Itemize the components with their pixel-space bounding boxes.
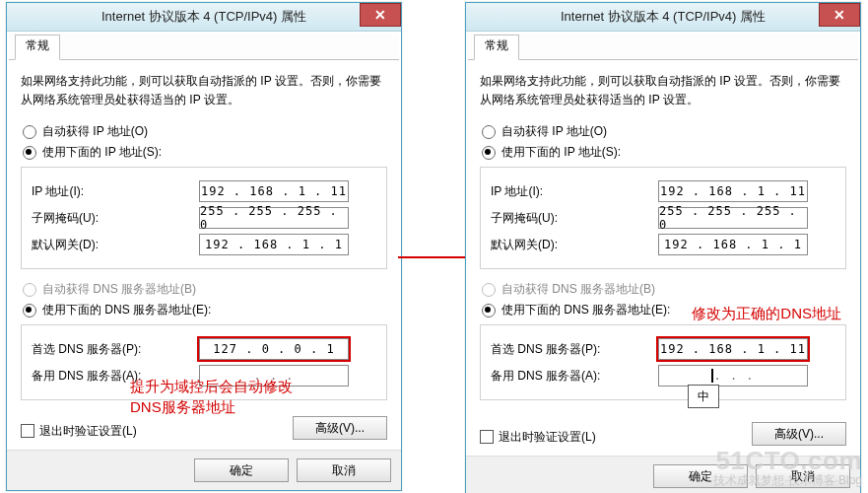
radio-icon: [482, 146, 496, 160]
titlebar: Internet 协议版本 4 (TCP/IPv4) 属性 ✕: [7, 3, 401, 32]
ime-indicator: 中: [688, 385, 719, 408]
dialog-footer: 确定 取消: [466, 456, 860, 493]
tab-strip: 常规: [9, 34, 399, 60]
dialog-body: 如果网络支持此功能，则可以获取自动指派的 IP 设置。否则，你需要从网络系统管理…: [7, 60, 401, 450]
checkbox-icon: [480, 430, 494, 444]
annot-line1: 修改为正确的DNS地址: [692, 304, 841, 323]
row-alt-dns: 备用 DNS 服务器(A): . . .: [491, 365, 835, 387]
mask-label: 子网掩码(U):: [32, 210, 199, 227]
row-pref-dns: 首选 DNS 服务器(P): 127 . 0 . 0 . 1: [32, 338, 376, 360]
radio-use-dns[interactable]: 使用下面的 DNS 服务器地址(E):: [23, 302, 387, 318]
row-ip: IP 地址(I): 192 . 168 . 1 . 11: [32, 180, 376, 202]
checkbox-validate[interactable]: 退出时验证设置(L): [21, 423, 137, 440]
cancel-button[interactable]: 取消: [297, 458, 391, 482]
radio-auto-dns: 自动获得 DNS 服务器地址(B): [482, 281, 846, 298]
radio-icon: [482, 304, 496, 317]
advanced-button[interactable]: 高级(V)...: [752, 422, 846, 446]
mask-input[interactable]: 255 . 255 . 255 . 0: [658, 207, 808, 229]
gateway-label: 默认网关(D):: [32, 237, 199, 253]
radio-label: 自动获得 DNS 服务器地址(B): [42, 281, 196, 298]
row-gateway: 默认网关(D): 192 . 168 . 1 . 1: [32, 234, 376, 255]
ip-input[interactable]: 192 . 168 . 1 . 11: [658, 180, 808, 202]
dialog-body: 如果网络支持此功能，则可以获取自动指派的 IP 设置。否则，你需要从网络系统管理…: [466, 60, 860, 456]
tab-general[interactable]: 常规: [15, 35, 60, 60]
alt-dns-label: 备用 DNS 服务器(A):: [491, 368, 658, 385]
ip-label: IP 地址(I):: [491, 183, 658, 200]
pref-dns-input[interactable]: 192 . 168 . 1 . 11: [658, 338, 808, 360]
row-gateway: 默认网关(D): 192 . 168 . 1 . 1: [491, 234, 835, 255]
description-text: 如果网络支持此功能，则可以获取自动指派的 IP 设置。否则，你需要从网络系统管理…: [480, 72, 846, 109]
pref-dns-label: 首选 DNS 服务器(P):: [32, 341, 199, 358]
close-button[interactable]: ✕: [819, 3, 860, 27]
gateway-input[interactable]: 192 . 168 . 1 . 1: [658, 234, 808, 255]
checkbox-label: 退出时验证设置(L): [39, 423, 137, 440]
pref-dns-label: 首选 DNS 服务器(P):: [491, 341, 658, 358]
alt-dns-input[interactable]: . . .: [658, 365, 808, 387]
dialog-footer: 确定 取消: [7, 450, 401, 490]
close-button[interactable]: ✕: [360, 3, 401, 27]
radio-label: 使用下面的 IP 地址(S):: [501, 144, 621, 161]
titlebar: Internet 协议版本 4 (TCP/IPv4) 属性 ✕: [466, 3, 860, 32]
radio-use-ip[interactable]: 使用下面的 IP 地址(S):: [23, 144, 387, 161]
radio-icon: [482, 125, 496, 139]
close-icon: ✕: [374, 7, 386, 23]
row-ip: IP 地址(I): 192 . 168 . 1 . 11: [491, 180, 835, 202]
window-title: Internet 协议版本 4 (TCP/IPv4) 属性: [466, 8, 860, 26]
radio-label: 使用下面的 DNS 服务器地址(E):: [42, 302, 211, 318]
radio-auto-ip[interactable]: 自动获得 IP 地址(O): [482, 123, 846, 140]
radio-icon: [23, 146, 36, 160]
mask-input[interactable]: 255 . 255 . 255 . 0: [199, 207, 349, 229]
gateway-label: 默认网关(D):: [491, 237, 658, 253]
tcpip-dialog-after: Internet 协议版本 4 (TCP/IPv4) 属性 ✕ 常规 如果网络支…: [465, 2, 861, 493]
window-title: Internet 协议版本 4 (TCP/IPv4) 属性: [7, 8, 401, 26]
pref-dns-input[interactable]: 127 . 0 . 0 . 1: [199, 338, 349, 360]
radio-icon: [23, 283, 36, 297]
checkbox-icon: [21, 424, 34, 438]
radio-label: 自动获得 DNS 服务器地址(B): [501, 281, 655, 298]
alt-dns-value: . . .: [713, 369, 754, 383]
row-mask: 子网掩码(U): 255 . 255 . 255 . 0: [491, 207, 835, 229]
annot-line1: 提升为域控后会自动修改: [130, 377, 293, 396]
ok-button[interactable]: 确定: [653, 464, 748, 488]
dns-group: 首选 DNS 服务器(P): 127 . 0 . 0 . 1 备用 DNS 服务…: [21, 324, 387, 400]
ip-group: IP 地址(I): 192 . 168 . 1 . 11 子网掩码(U): 25…: [480, 167, 846, 269]
radio-auto-ip[interactable]: 自动获得 IP 地址(O): [23, 123, 387, 140]
row-mask: 子网掩码(U): 255 . 255 . 255 . 0: [32, 207, 376, 229]
close-icon: ✕: [834, 7, 845, 23]
checkbox-label: 退出时验证设置(L): [499, 429, 596, 446]
radio-label: 自动获得 IP 地址(O): [42, 123, 148, 140]
gateway-input[interactable]: 192 . 168 . 1 . 1: [199, 234, 349, 255]
ip-group: IP 地址(I): 192 . 168 . 1 . 11 子网掩码(U): 25…: [21, 167, 387, 269]
radio-icon: [23, 125, 36, 139]
ip-label: IP 地址(I):: [32, 183, 199, 200]
radio-label: 使用下面的 DNS 服务器地址(E):: [501, 302, 670, 318]
description-text: 如果网络支持此功能，则可以获取自动指派的 IP 设置。否则，你需要从网络系统管理…: [21, 72, 387, 109]
radio-use-ip[interactable]: 使用下面的 IP 地址(S):: [482, 144, 846, 161]
radio-icon: [23, 304, 36, 317]
row-pref-dns: 首选 DNS 服务器(P): 192 . 168 . 1 . 11: [491, 338, 835, 360]
annot-line2: DNS服务器地址: [130, 397, 293, 417]
tcpip-dialog-before: Internet 协议版本 4 (TCP/IPv4) 属性 ✕ 常规 如果网络支…: [6, 2, 402, 491]
ip-input[interactable]: 192 . 168 . 1 . 11: [199, 180, 349, 202]
radio-auto-dns: 自动获得 DNS 服务器地址(B): [23, 281, 387, 298]
radio-label: 自动获得 IP 地址(O): [501, 123, 607, 140]
annotation-text: 修改为正确的DNS地址: [692, 304, 841, 323]
annotation-text: 提升为域控后会自动修改 DNS服务器地址: [130, 377, 293, 417]
mask-label: 子网掩码(U):: [491, 210, 658, 227]
tab-strip: 常规: [468, 34, 858, 60]
radio-label: 使用下面的 IP 地址(S):: [42, 144, 162, 161]
ok-button[interactable]: 确定: [194, 458, 289, 482]
dns-group: 修改为正确的DNS地址 首选 DNS 服务器(P): 192 . 168 . 1…: [480, 324, 846, 400]
cancel-button[interactable]: 取消: [756, 464, 850, 488]
advanced-button[interactable]: 高级(V)...: [293, 416, 387, 440]
checkbox-validate[interactable]: 退出时验证设置(L): [480, 429, 596, 446]
tab-general[interactable]: 常规: [474, 35, 519, 60]
radio-icon: [482, 283, 496, 297]
